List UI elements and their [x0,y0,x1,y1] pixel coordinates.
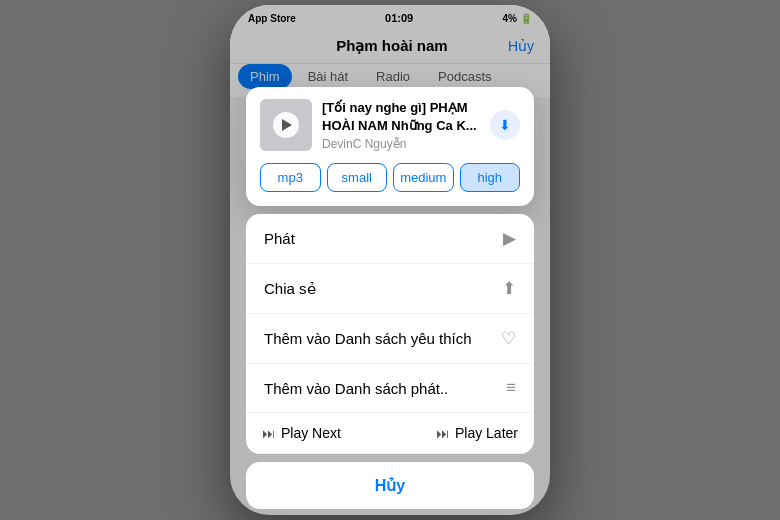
play-later-icon: ⏭ [436,426,449,441]
card-thumbnail [260,99,312,151]
action-play-label: Phát [264,230,295,247]
quality-medium[interactable]: medium [393,163,454,192]
play-button[interactable] [273,112,299,138]
play-later-button[interactable]: ⏭ Play Later [436,425,518,441]
quality-high[interactable]: high [460,163,521,192]
action-share-label: Chia sẻ [264,280,316,298]
card-text-block: [Tối nay nghe gì] PHẠM HOÀI NAM Những Ca… [322,99,480,150]
card-subtitle: DevinC Nguyễn [322,137,480,151]
action-play[interactable]: Phát ▶ [246,214,534,264]
quality-mp3[interactable]: mp3 [260,163,321,192]
action-sheet: Phát ▶ Chia sẻ ⬆ Thêm vào Danh sách yêu … [246,214,534,454]
action-share[interactable]: Chia sẻ ⬆ [246,264,534,314]
play-triangle-icon [282,119,292,131]
action-playlist-label: Thêm vào Danh sách phát.. [264,380,448,397]
card-title: [Tối nay nghe gì] PHẠM HOÀI NAM Những Ca… [322,99,480,134]
download-button[interactable]: ⬇ [490,110,520,140]
action-playlist[interactable]: Thêm vào Danh sách phát.. ≡ [246,364,534,413]
play-later-label: Play Later [455,425,518,441]
download-card: [Tối nay nghe gì] PHẠM HOÀI NAM Những Ca… [246,87,534,206]
action-favorite[interactable]: Thêm vào Danh sách yêu thích ♡ [246,314,534,364]
play-next-button[interactable]: ⏭ Play Next [262,425,341,441]
download-icon: ⬇ [499,117,511,133]
cancel-button[interactable]: Hủy [246,462,534,509]
quality-row: mp3 small medium high [260,163,520,192]
play-next-later-row: ⏭ Play Next ⏭ Play Later [246,413,534,454]
phone-frame: App Store 01:09 4% 🔋 Phạm hoài nam Hủy P… [230,5,550,515]
playlist-icon: ≡ [506,378,516,398]
overlay: [Tối nay nghe gì] PHẠM HOÀI NAM Những Ca… [230,5,550,515]
quality-small[interactable]: small [327,163,388,192]
share-icon: ⬆ [502,278,516,299]
card-header-row: [Tối nay nghe gì] PHẠM HOÀI NAM Những Ca… [260,99,520,151]
action-favorite-label: Thêm vào Danh sách yêu thích [264,330,472,347]
heart-icon: ♡ [501,328,516,349]
play-next-label: Play Next [281,425,341,441]
play-next-icon: ⏭ [262,426,275,441]
play-icon: ▶ [503,228,516,249]
